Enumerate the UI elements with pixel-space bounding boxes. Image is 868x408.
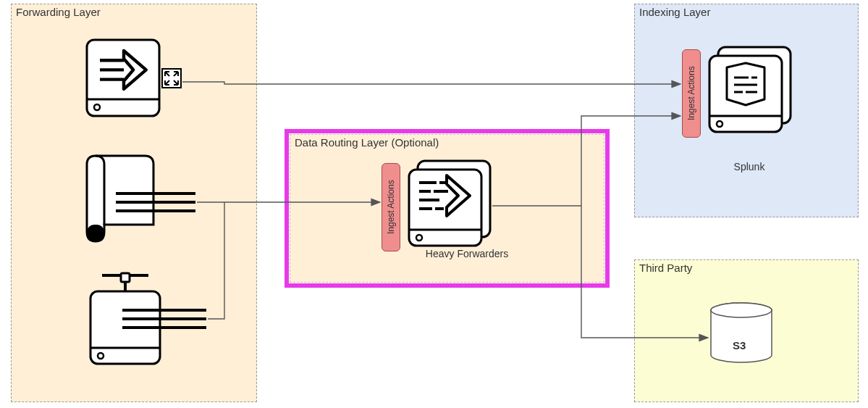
forwarding-layer-title: Forwarding Layer (16, 6, 101, 18)
s3-label: S3 (733, 339, 746, 351)
routing-layer-title: Data Routing Layer (Optional) (295, 136, 439, 149)
thirdparty-layer-box: Third Party (634, 259, 859, 402)
indexing-layer-box: Indexing Layer (634, 4, 859, 217)
routing-ingest-tag: Ingest Actions (382, 163, 400, 251)
indexing-layer-title: Indexing Layer (639, 6, 710, 18)
indexing-ingest-tag: Ingest Actions (682, 49, 701, 138)
forwarding-layer-box: Forwarding Layer (11, 4, 257, 402)
routing-ingest-label: Ingest Actions (386, 180, 396, 235)
routing-layer-box: Data Routing Layer (Optional) (290, 134, 604, 283)
splunk-label: Splunk (717, 161, 782, 172)
thirdparty-layer-title: Third Party (639, 262, 692, 274)
heavy-forwarders-label: Heavy Forwarders (416, 248, 518, 259)
indexing-ingest-label: Ingest Actions (686, 67, 696, 121)
